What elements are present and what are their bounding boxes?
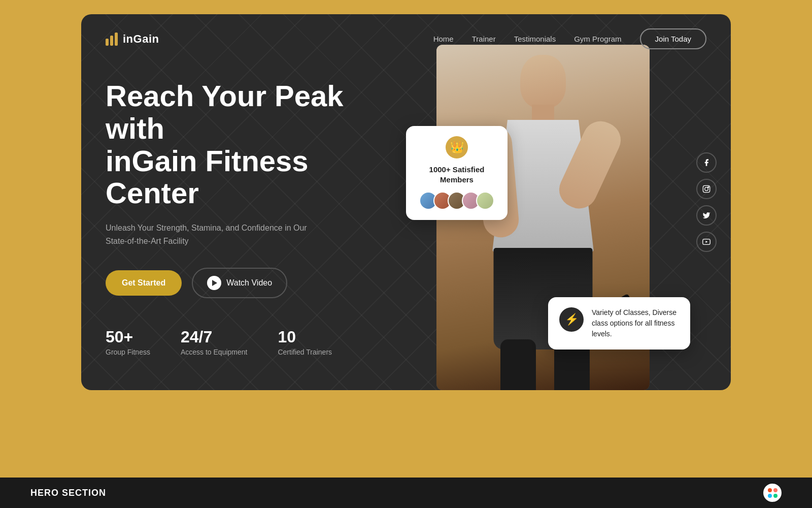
facebook-icon[interactable] [696,152,717,173]
nav-links: Home Trainer Testimonials Gym Program Jo… [433,28,706,49]
footer-label: HERO SECTION [30,488,106,498]
footer-bar: HERO SECTION [0,478,812,508]
nav-testimonials[interactable]: Testimonials [514,35,556,43]
stat-access: 24/7 Access to Equipment [181,329,248,356]
stat-number-0: 50+ [106,329,150,345]
stat-trainers: 10 Certified Trainers [278,329,332,356]
hero-card: inGain Home Trainer Testimonials Gym Pro… [81,14,731,390]
figma-dot-3 [768,494,772,498]
logo-icon [106,33,118,46]
instagram-icon[interactable] [696,179,717,199]
play-triangle [212,280,217,286]
logo-bar-2 [110,36,113,46]
crown-icon: 👑 [446,136,468,158]
crown-symbol: 👑 [450,141,464,154]
figma-icon [763,484,782,502]
avatar-5 [476,192,494,210]
stat-group-fitness: 50+ Group Fitness [106,329,150,356]
bolt-symbol: ⚡ [565,313,579,326]
hero-buttons: Get Started Watch Video [106,268,361,298]
bolt-icon: ⚡ [559,307,584,332]
logo-bar-3 [115,33,118,46]
figma-dots [768,488,777,498]
youtube-icon[interactable] [696,232,717,252]
members-card: 👑 1000+ Satisfied Members [406,126,507,220]
figma-dot-4 [773,494,777,498]
stat-label-2: Certified Trainers [278,348,332,356]
members-count: 1000+ Satisfied Members [418,165,495,184]
page-wrapper: inGain Home Trainer Testimonials Gym Pro… [0,0,812,508]
figma-dot-1 [768,488,772,492]
member-avatars [418,192,495,210]
navbar: inGain Home Trainer Testimonials Gym Pro… [81,14,731,49]
classes-text: Variety of Classes, Diverse class option… [592,307,679,339]
nav-home[interactable]: Home [433,35,454,43]
watch-video-label: Watch Video [226,278,272,288]
join-today-button[interactable]: Join Today [640,28,706,49]
hero-title-line2: inGain Fitness Center [106,144,309,210]
brand-name: inGain [123,33,159,46]
hero-title: Reach Your Peak with inGain Fitness Cent… [106,80,361,209]
logo-bar-1 [106,39,109,46]
stat-label-0: Group Fitness [106,348,150,356]
nav-trainer[interactable]: Trainer [472,35,496,43]
hero-content: Reach Your Peak with inGain Fitness Cent… [81,49,386,298]
stat-number-2: 10 [278,329,332,345]
svg-point-1 [705,187,708,191]
watch-video-button[interactable]: Watch Video [192,268,287,298]
hero-title-line1: Reach Your Peak with [106,79,344,145]
get-started-button[interactable]: Get Started [106,270,182,296]
classes-card: ⚡ Variety of Classes, Diverse class opti… [548,297,690,350]
social-bar [696,152,717,252]
stat-number-1: 24/7 [181,329,248,345]
svg-point-2 [708,186,709,187]
nav-gym-program[interactable]: Gym Program [574,35,621,43]
twitter-icon[interactable] [696,205,717,226]
hero-subtitle: Unleash Your Strength, Stamina, and Conf… [106,221,309,247]
logo: inGain [106,33,159,46]
stat-label-1: Access to Equipment [181,348,248,356]
svg-marker-3 [706,241,708,243]
play-icon [207,276,221,290]
figma-dot-2 [773,488,777,492]
